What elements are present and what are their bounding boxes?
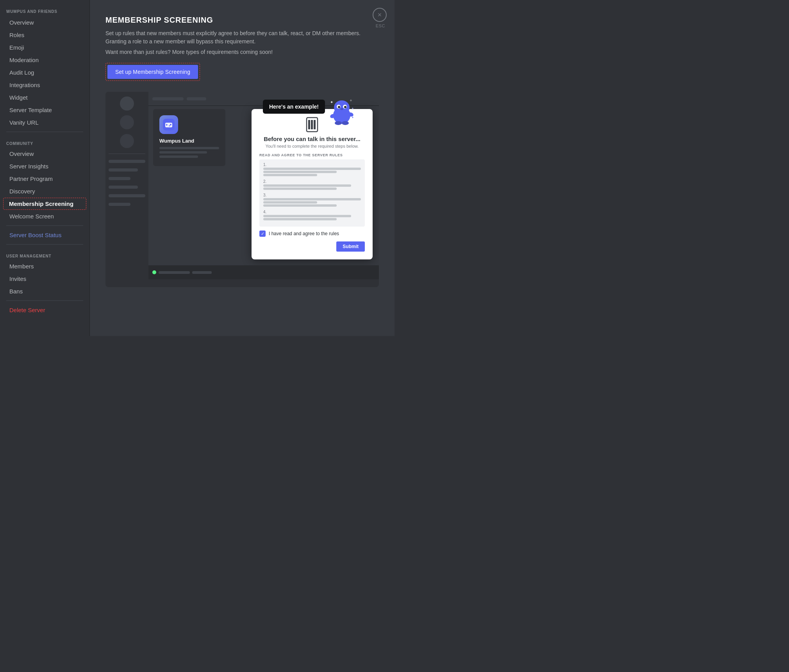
preview-avatar-3 — [120, 134, 134, 148]
wumpus-tooltip-area: Here's an example! — [263, 96, 355, 127]
sidebar-item-integrations[interactable]: Integrations — [3, 79, 86, 91]
setup-membership-screening-button[interactable]: Set up Membership Screening — [107, 65, 198, 79]
sidebar-item-server-insights[interactable]: Server Insights — [3, 160, 86, 172]
sidebar-item-moderation[interactable]: Moderation — [3, 54, 86, 66]
sidebar-item-membership-screening[interactable]: Membership Screening — [3, 198, 86, 210]
screening-rules-box: 1. 2. 3. — [259, 159, 365, 227]
sidebar-item-delete-server[interactable]: Delete Server — [3, 304, 86, 316]
preview-channel-2 — [109, 168, 138, 172]
preview-fake-sidebar — [105, 92, 148, 279]
rule-line-3c — [263, 204, 337, 207]
sidebar-item-overview[interactable]: Overview — [3, 16, 86, 29]
rule-line-1c — [263, 174, 317, 176]
preview-channel-4 — [109, 186, 138, 189]
rule-number-3: 3. — [263, 193, 361, 197]
svg-text:✦: ✦ — [330, 100, 333, 104]
sidebar-item-community-overview[interactable]: Overview — [3, 148, 86, 160]
status-username-line — [159, 271, 190, 274]
sidebar-item-welcome-screen[interactable]: Welcome Screen — [3, 210, 86, 222]
sidebar-item-boost[interactable]: Server Boost Status — [3, 229, 86, 241]
svg-point-4 — [338, 106, 340, 108]
sidebar-item-emoji[interactable]: Emoji — [3, 41, 86, 54]
preview-area: Here's an example! — [105, 92, 379, 287]
sidebar-divider-1 — [6, 132, 83, 132]
sidebar-item-discovery[interactable]: Discovery — [3, 185, 86, 197]
wumpus-mascot-icon: ✦ ✧ ✦ — [328, 96, 355, 127]
rule-line-1a — [263, 168, 361, 170]
sidebar-item-server-template[interactable]: Server Template — [3, 104, 86, 116]
preview-status-bar — [148, 265, 379, 279]
user-management-label: USER MANAGEMENT — [0, 248, 89, 260]
preview-channel-3 — [109, 177, 130, 180]
sidebar-divider-4 — [6, 300, 83, 301]
agree-checkbox-row: ✓ I have read and agree to the rules — [259, 231, 365, 237]
community-section-label: COMMUNITY — [0, 135, 89, 147]
preview-channel-5 — [109, 194, 145, 197]
preview-server-info-line-3 — [159, 155, 198, 158]
svg-point-5 — [344, 106, 346, 108]
rule-line-4b — [263, 218, 337, 220]
preview-avatar-1 — [120, 97, 134, 111]
preview-avatar-2 — [120, 115, 134, 129]
sidebar-item-widget[interactable]: Widget — [3, 91, 86, 104]
rule-number-4: 4. — [263, 210, 361, 214]
preview-channel-1 — [109, 160, 145, 163]
svg-point-16 — [170, 124, 171, 125]
sidebar-item-partner-program[interactable]: Partner Program — [3, 173, 86, 185]
sidebar-item-invites[interactable]: Invites — [3, 273, 86, 285]
main-content: × ESC MEMBERSHIP SCREENING Set up rules … — [90, 0, 394, 336]
screening-modal-subtitle: You'll need to complete the required ste… — [259, 144, 365, 148]
svg-text:✧: ✧ — [350, 99, 352, 102]
preview-sidebar-divider — [109, 154, 145, 154]
status-tag-line — [192, 271, 212, 274]
screening-section-label: READ AND AGREE TO THE SERVER RULES — [259, 153, 365, 157]
sidebar-item-members[interactable]: Members — [3, 260, 86, 272]
page-description-1: Set up rules that new members must expli… — [105, 29, 363, 46]
preview-server-info-line-2 — [159, 151, 207, 154]
page-title: MEMBERSHIP SCREENING — [105, 16, 379, 25]
rule-item-2: 2. — [263, 179, 361, 190]
svg-rect-19 — [166, 125, 168, 125]
close-button[interactable]: × — [373, 8, 387, 22]
agree-checkbox-label: I have read and agree to the rules — [269, 231, 339, 236]
svg-point-17 — [169, 125, 170, 127]
rule-line-3a — [263, 198, 361, 200]
svg-text:✦: ✦ — [352, 107, 354, 110]
sidebar-item-bans[interactable]: Bans — [3, 285, 86, 297]
svg-point-9 — [335, 121, 342, 125]
server-name: WUMPUS AND FRIENDS — [0, 6, 89, 16]
sidebar-item-vanity-url[interactable]: Vanity URL — [3, 116, 86, 129]
screening-modal-title: Before you can talk in this server... — [259, 136, 365, 142]
preview-server-name: Wumpus Land — [159, 138, 219, 144]
rule-number-2: 2. — [263, 179, 361, 184]
preview-channel-6 — [109, 203, 130, 206]
rule-line-4a — [263, 215, 351, 217]
rule-line-2a — [263, 184, 351, 187]
rule-item-3: 3. — [263, 193, 361, 207]
esc-label: ESC — [376, 23, 385, 28]
svg-point-10 — [342, 121, 349, 125]
svg-point-6 — [340, 108, 343, 110]
preview-header-line-2 — [187, 97, 206, 100]
setup-button-wrapper: Set up Membership Screening — [105, 63, 200, 81]
sidebar-divider-3 — [6, 244, 83, 245]
preview-server-info-line-1 — [159, 147, 219, 149]
rule-line-3b — [263, 201, 317, 204]
sidebar-divider-2 — [6, 225, 83, 226]
preview-header-line-1 — [152, 97, 184, 100]
agree-checkbox[interactable]: ✓ — [259, 231, 266, 237]
preview-server-card: Wumpus Land — [153, 109, 225, 166]
preview-server-icon — [159, 115, 178, 134]
page-note: Want more than just rules? More types of… — [105, 49, 379, 55]
svg-point-1 — [334, 100, 350, 114]
rule-item-1: 1. — [263, 163, 361, 176]
rule-number-1: 1. — [263, 163, 361, 167]
example-tooltip: Here's an example! — [263, 100, 325, 114]
sidebar-item-audit-log[interactable]: Audit Log — [3, 66, 86, 79]
status-online-dot — [152, 270, 156, 274]
sidebar-item-roles[interactable]: Roles — [3, 29, 86, 41]
submit-button[interactable]: Submit — [336, 241, 365, 252]
rule-line-2b — [263, 188, 337, 190]
settings-sidebar: WUMPUS AND FRIENDS Overview Roles Emoji … — [0, 0, 90, 336]
screening-modal: ✦ ✦ ✧ Before you can talk in this server… — [252, 109, 373, 259]
